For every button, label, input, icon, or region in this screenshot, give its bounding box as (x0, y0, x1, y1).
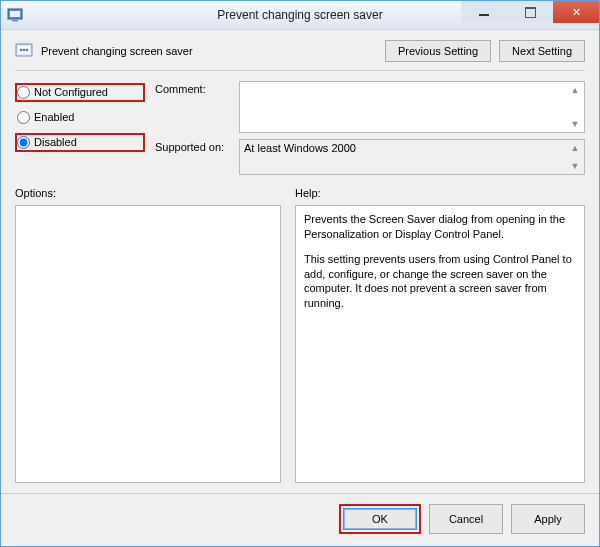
policy-icon (15, 42, 33, 60)
title-bar[interactable]: Prevent changing screen saver (1, 1, 599, 30)
previous-setting-button[interactable]: Previous Setting (385, 40, 491, 62)
next-setting-button[interactable]: Next Setting (499, 40, 585, 62)
comment-scroll[interactable]: ▲ ▼ (567, 83, 583, 131)
supported-row: Supported on: At least Windows 2000 ▲ ▼ (155, 139, 585, 175)
help-label: Help: (295, 187, 321, 199)
client-area: Prevent changing screen saver Previous S… (1, 30, 599, 493)
supported-label: Supported on: (155, 139, 233, 175)
close-button[interactable] (553, 1, 599, 23)
bottom-button-bar: OK Cancel Apply (1, 493, 599, 546)
radio-disabled-label: Disabled (34, 135, 77, 150)
config-area: Not Configured Enabled Disabled Comment: (15, 81, 585, 175)
svg-point-7 (26, 49, 29, 52)
help-pane: Prevents the Screen Saver dialog from op… (295, 205, 585, 483)
scroll-down-icon[interactable]: ▼ (567, 117, 583, 131)
scroll-up-icon[interactable]: ▲ (567, 83, 583, 97)
divider (15, 70, 585, 71)
help-paragraph-2: This setting prevents users from using C… (304, 252, 576, 311)
svg-rect-2 (12, 20, 18, 22)
radio-disabled[interactable]: Disabled (15, 133, 145, 152)
help-paragraph-1: Prevents the Screen Saver dialog from op… (304, 212, 576, 242)
policy-name: Prevent changing screen saver (41, 45, 193, 57)
radio-not-configured-label: Not Configured (34, 85, 108, 100)
dialog-window: Prevent changing screen saver Prevent ch… (0, 0, 600, 547)
comment-label: Comment: (155, 81, 233, 133)
radio-not-configured[interactable]: Not Configured (15, 83, 145, 102)
policy-header: Prevent changing screen saver Previous S… (15, 40, 585, 62)
fields-column: Comment: ▲ ▼ Supported on: At least Wind… (155, 81, 585, 175)
radio-not-configured-input[interactable] (17, 86, 30, 99)
comment-row: Comment: ▲ ▼ (155, 81, 585, 133)
radio-enabled[interactable]: Enabled (15, 110, 145, 125)
supported-scroll: ▲ ▼ (567, 141, 583, 173)
svg-point-5 (20, 49, 23, 52)
svg-point-6 (23, 49, 26, 52)
window-controls (461, 1, 599, 29)
scroll-down-icon: ▼ (567, 159, 583, 173)
minimize-button[interactable] (461, 1, 507, 23)
radio-enabled-input[interactable] (17, 111, 30, 124)
radio-disabled-input[interactable] (17, 136, 30, 149)
window-icon (7, 7, 23, 23)
scroll-up-icon: ▲ (567, 141, 583, 155)
radio-enabled-label: Enabled (34, 110, 74, 125)
cancel-button[interactable]: Cancel (429, 504, 503, 534)
supported-textbox: At least Windows 2000 ▲ ▼ (239, 139, 585, 175)
maximize-button[interactable] (507, 1, 553, 23)
options-pane (15, 205, 281, 483)
pane-labels: Options: Help: (15, 187, 585, 199)
supported-value: At least Windows 2000 (244, 142, 356, 154)
comment-textbox[interactable]: ▲ ▼ (239, 81, 585, 133)
svg-rect-1 (10, 11, 20, 17)
panes: Prevents the Screen Saver dialog from op… (15, 205, 585, 483)
nav-buttons: Previous Setting Next Setting (385, 40, 585, 62)
state-radio-group: Not Configured Enabled Disabled (15, 81, 145, 175)
ok-button[interactable]: OK (343, 508, 417, 530)
apply-button[interactable]: Apply (511, 504, 585, 534)
ok-highlight: OK (339, 504, 421, 534)
options-label: Options: (15, 187, 281, 199)
